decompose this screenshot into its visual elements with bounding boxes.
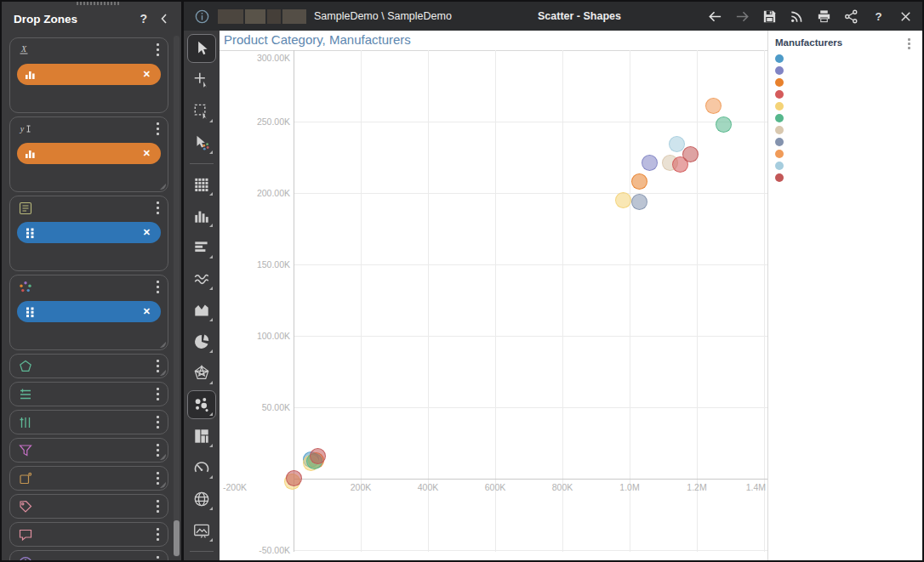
legend-item-adihash[interactable] — [775, 65, 921, 77]
pie-chart-tool[interactable] — [187, 327, 216, 356]
scatter-point-princess[interactable] — [631, 194, 647, 210]
v-gridline — [495, 50, 496, 552]
dropzone-details[interactable]: ✕ — [9, 196, 168, 271]
dropzone-y-values[interactable]: y✕ — [9, 116, 168, 192]
legend-item-poomah[interactable] — [775, 124, 921, 136]
legend-item-woolson[interactable] — [775, 172, 921, 184]
legend-menu-icon[interactable] — [908, 37, 910, 50]
scatter-point-woolson[interactable] — [682, 146, 699, 162]
dropzone-size[interactable] — [9, 466, 168, 491]
dropzone-tooltip[interactable] — [9, 522, 168, 547]
redacted-text-block — [218, 9, 306, 24]
dropzone-header — [10, 383, 168, 406]
line-chart-tool[interactable] — [187, 264, 216, 293]
zone-menu-icon[interactable] — [153, 41, 163, 59]
x-tick-label: 200K — [342, 482, 379, 492]
field-pill-sales[interactable]: ✕ — [17, 64, 161, 85]
legend-swatch — [775, 173, 784, 182]
legend-item-nuke[interactable] — [775, 88, 921, 100]
legend-item-ribuck[interactable] — [775, 148, 921, 160]
dropzone-color[interactable]: ✕ — [9, 275, 168, 350]
map-chart-tool[interactable] — [187, 485, 216, 514]
zone-menu-icon[interactable] — [153, 413, 163, 431]
feed-icon[interactable] — [789, 9, 805, 25]
help-icon[interactable]: ? — [140, 12, 147, 26]
field-pill-net-profit[interactable]: ✕ — [17, 143, 161, 164]
zone-resize-handle[interactable] — [160, 184, 166, 190]
zone-menu-icon[interactable] — [153, 525, 163, 543]
zone-menu-icon[interactable] — [153, 278, 163, 296]
save-icon[interactable] — [761, 9, 778, 25]
dropzone-header — [10, 275, 168, 298]
legend-items — [775, 53, 921, 184]
dimension-icon — [25, 306, 37, 318]
gauge-chart-tool[interactable] — [187, 453, 216, 482]
remove-field-icon[interactable]: ✕ — [141, 67, 152, 82]
legend-item-acme[interactable] — [775, 53, 921, 65]
dropzone-x-values[interactable]: X✕ — [9, 37, 168, 113]
select-cursor-tool[interactable] — [187, 34, 216, 63]
color-icon — [18, 280, 33, 295]
remove-field-icon[interactable]: ✕ — [141, 146, 152, 161]
y-tick-label: 100.00K — [222, 331, 290, 341]
print-icon[interactable] — [816, 9, 832, 25]
legend-item-princess[interactable] — [775, 136, 921, 148]
add-point-tool[interactable] — [187, 65, 216, 94]
legend-title: Manufacturers — [775, 37, 842, 48]
scatter-point-old-balance[interactable] — [615, 192, 631, 208]
drop-zones-list: X✕y✕✕✕ — [9, 37, 168, 560]
dropzone-shape[interactable] — [9, 354, 168, 378]
zone-menu-icon[interactable] — [153, 385, 163, 403]
scatter-point-adihash[interactable] — [642, 155, 658, 171]
zone-resize-handle[interactable] — [160, 342, 166, 348]
chart-type-toolbar — [184, 31, 220, 560]
area-chart-tool[interactable] — [187, 296, 216, 325]
legend-item-esics[interactable] — [775, 77, 921, 88]
column-chart-tool[interactable] — [187, 202, 216, 230]
v-gridline — [630, 50, 630, 552]
help-icon[interactable]: ? — [870, 9, 887, 25]
image-widget-tool[interactable] — [187, 516, 216, 545]
radar-chart-tool[interactable] — [187, 359, 216, 388]
x-tick-label: 1.0M — [611, 482, 648, 492]
sidebar-scrollbar-thumb[interactable] — [174, 520, 180, 556]
field-pill-manufacturers[interactable]: ✕ — [17, 301, 161, 322]
share-icon[interactable] — [843, 9, 859, 25]
table-chart-tool[interactable] — [187, 170, 216, 199]
marquee-select-tool[interactable] — [187, 97, 216, 126]
size-icon — [18, 471, 33, 486]
dropzone-motion[interactable] — [9, 550, 168, 560]
sidebar-scrollbar[interactable] — [174, 36, 180, 557]
dropzone-pills: ✕ — [10, 61, 168, 88]
close-icon[interactable] — [898, 9, 914, 25]
info-icon[interactable] — [194, 9, 210, 25]
dropzone-labels[interactable] — [9, 494, 168, 519]
panel-drag-handle[interactable] — [77, 2, 119, 5]
highlight-pointer-tool[interactable] — [187, 128, 216, 157]
tool-caret-icon — [209, 538, 213, 542]
back-icon[interactable] — [707, 9, 723, 25]
collapse-panel-icon[interactable] — [157, 12, 171, 26]
remove-field-icon[interactable]: ✕ — [141, 225, 152, 240]
scatter-chart-tool[interactable] — [187, 390, 216, 419]
legend-item-slicenger[interactable] — [775, 160, 921, 172]
remove-field-icon[interactable]: ✕ — [141, 304, 152, 319]
field-pill-product-category[interactable]: ✕ — [17, 222, 161, 243]
treemap-chart-tool[interactable] — [187, 422, 216, 451]
top-bar: SampleDemo \ SampleDemo Scatter - Shapes… — [184, 2, 922, 31]
dropzone-trellis-horizontal[interactable] — [9, 410, 168, 434]
zone-menu-icon[interactable] — [153, 199, 163, 217]
scatter-point-esics[interactable] — [631, 173, 647, 190]
scatter-point-over-armour[interactable] — [716, 116, 732, 133]
dropzone-filters[interactable] — [9, 438, 168, 463]
v-gridline — [562, 50, 563, 552]
zone-menu-icon[interactable] — [153, 120, 163, 138]
legend-item-over-armour[interactable] — [775, 112, 921, 124]
zone-menu-icon[interactable] — [153, 553, 163, 560]
zone-menu-icon[interactable] — [153, 497, 163, 515]
legend-item-old-balance[interactable] — [775, 100, 921, 112]
scatter-point-ribuck[interactable] — [705, 98, 722, 114]
document-path: SampleDemo \ SampleDemo — [314, 10, 452, 22]
dropzone-trellis-vertical[interactable] — [9, 382, 168, 406]
bar-chart-tool[interactable] — [187, 233, 216, 262]
